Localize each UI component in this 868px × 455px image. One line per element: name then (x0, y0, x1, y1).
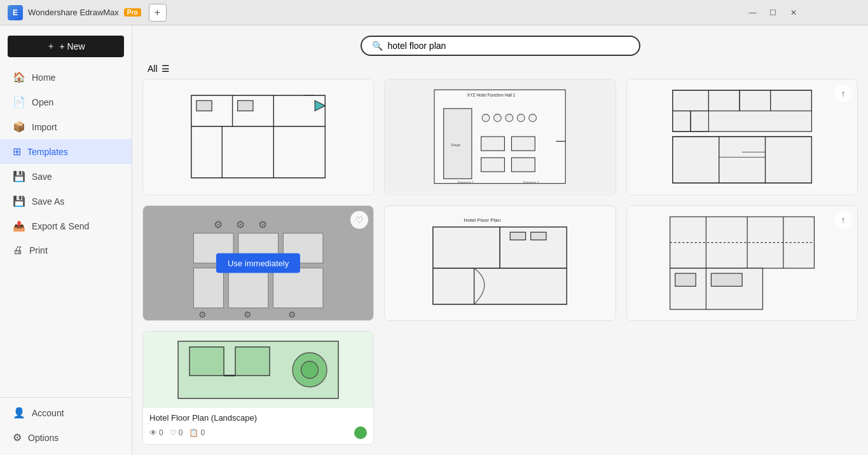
card-image-5: Hotel Floor Plan (385, 206, 615, 320)
template-grid: Hotel floor plan design 👁 0 ♡ 0 📋 0 XY (132, 79, 868, 455)
saveas-icon: 💾 (13, 195, 25, 207)
svg-rect-48 (273, 268, 323, 308)
use-immediately-button[interactable]: Use immediately (216, 253, 300, 273)
save-icon: 💾 (13, 170, 25, 182)
svg-point-15 (506, 114, 513, 122)
sidebar-label-saveas: Save As (32, 196, 64, 207)
svg-text:Entrance 1: Entrance 1 (523, 180, 539, 184)
sidebar-item-options[interactable]: ⚙ Options (0, 425, 132, 450)
sidebar-label-home: Home (32, 72, 55, 83)
svg-point-14 (494, 114, 502, 122)
scroll-top-button-6[interactable]: ↑ (834, 211, 852, 229)
card-title-7: Hotel Floor Plan (Landscape) (149, 413, 367, 423)
account-icon: 👤 (13, 407, 25, 419)
sidebar-label-account: Account (32, 408, 64, 418)
avatar-7 (354, 426, 367, 439)
print-icon: 🖨 (13, 245, 23, 256)
sidebar-item-account[interactable]: 👤 Account (0, 400, 132, 425)
options-icon: ⚙ (13, 431, 22, 444)
sidebar-item-save[interactable]: 💾 Save (0, 164, 132, 189)
minimize-button[interactable]: — (744, 4, 762, 22)
template-card-4[interactable]: ⚙ ⚙ ⚙ ⚙ ⚙ ⚙ Use (142, 205, 374, 322)
template-card-5[interactable]: Hotel Floor Plan Hotel Floor Pl (384, 205, 616, 322)
card-info-1: Hotel floor plan design 👁 0 ♡ 0 📋 0 (143, 194, 373, 195)
sidebar-label-templates: Templates (27, 147, 68, 157)
main-layout: ＋ + New 🏠 Home 📄 Open 📦 Import ⊞ Templat… (0, 25, 868, 455)
svg-text:XYZ Hotel Function Hall 1: XYZ Hotel Function Hall 1 (467, 93, 516, 97)
svg-rect-47 (228, 268, 268, 308)
sidebar-item-open[interactable]: 📄 Open (0, 90, 132, 114)
logo-icon: E (8, 5, 23, 20)
new-button[interactable]: ＋ + New (8, 36, 124, 57)
title-bar: E Wondershare EdrawMax Pro + — ☐ ✕ (0, 0, 868, 25)
pro-badge: Pro (124, 8, 141, 17)
card-info-4: Hotel Floor Plan Sample 👁 820 ♡ 6 📋 162 … (143, 320, 373, 322)
card-info-3: 2-Floor Hotel Floor Plan 👁 715 ♡ 6 📋 211… (627, 194, 857, 195)
sidebar: ＋ + New 🏠 Home 📄 Open 📦 Import ⊞ Templat… (0, 25, 132, 455)
filter-all-button[interactable]: All ☰ (148, 64, 170, 74)
sidebar-item-import[interactable]: 📦 Import (0, 114, 132, 139)
export-icon: 📤 (13, 220, 25, 232)
search-box: 🔍 (361, 36, 640, 56)
search-icon: 🔍 (372, 41, 383, 51)
app-logo: E Wondershare EdrawMax Pro (8, 5, 141, 20)
heart-button-4[interactable]: ♡ (350, 211, 368, 229)
copies-7: 📋 0 (189, 428, 205, 437)
plus-icon: ＋ (46, 41, 55, 52)
card-image-3: ↑ (627, 79, 857, 194)
template-card-1[interactable]: Hotel floor plan design 👁 0 ♡ 0 📋 0 (142, 79, 374, 195)
svg-point-17 (529, 114, 537, 122)
svg-rect-68 (711, 273, 742, 286)
svg-point-13 (483, 114, 490, 122)
sidebar-item-print[interactable]: 🖨 Print (0, 238, 132, 262)
sidebar-label-print: Print (29, 245, 48, 255)
svg-text:⚙: ⚙ (214, 219, 223, 230)
svg-rect-28 (672, 137, 811, 183)
template-card-7[interactable]: Hotel Floor Plan (Landscape) 👁 0 ♡ 0 📋 0 (142, 331, 374, 445)
add-tab-button[interactable]: + (149, 4, 167, 22)
card-info-2: Almario Hotel Floor Plan 👁 71 ♡ 2 📋 9 (385, 194, 615, 195)
import-icon: 📦 (13, 121, 25, 133)
sidebar-item-export[interactable]: 📤 Export & Send (0, 214, 132, 238)
open-icon: 📄 (13, 96, 25, 108)
sidebar-item-home[interactable]: 🏠 Home (0, 65, 132, 90)
search-area: 🔍 (132, 25, 868, 64)
svg-text:⚙: ⚙ (258, 219, 267, 230)
svg-point-16 (518, 114, 525, 122)
template-card-6[interactable]: ↑ Hotel Floor Plan Example 👁 146 ♡ 1 📋 3… (626, 205, 858, 322)
svg-text:⚙: ⚙ (288, 309, 296, 320)
filter-menu-icon: ☰ (162, 64, 170, 74)
card-info-6: Hotel Floor Plan Example 👁 146 ♡ 1 📋 32 … (627, 320, 857, 322)
search-input[interactable] (388, 41, 629, 51)
likes-7: ♡ 0 (170, 428, 183, 437)
card-image-1 (143, 79, 373, 194)
close-button[interactable]: ✕ (785, 4, 803, 22)
card-info-7: Hotel Floor Plan (Landscape) 👁 0 ♡ 0 📋 0 (143, 408, 373, 444)
card-meta-7: 👁 0 ♡ 0 📋 0 (149, 426, 367, 439)
card-info-5: Hotel Floor Plan 👁 0 ♡ 0 📋 0 (385, 320, 615, 322)
svg-rect-21 (512, 158, 535, 172)
svg-text:Hotel Floor Plan: Hotel Floor Plan (464, 217, 501, 223)
sidebar-label-import: Import (32, 122, 57, 132)
svg-rect-20 (481, 158, 505, 172)
sidebar-bottom: 👤 Account ⚙ Options (0, 397, 132, 450)
svg-rect-18 (481, 137, 505, 151)
svg-rect-71 (235, 347, 270, 376)
templates-icon: ⊞ (13, 146, 21, 158)
views-7: 👁 0 (149, 428, 163, 437)
maximize-button[interactable]: ☐ (764, 4, 782, 22)
template-card-3[interactable]: ↑ 2-Floor Hotel Floor Plan 👁 715 ♡ 6 📋 2… (626, 79, 858, 195)
sidebar-label-export: Export & Send (32, 221, 89, 231)
scroll-top-button-3[interactable]: ↑ (834, 85, 852, 102)
svg-rect-19 (512, 137, 535, 151)
sidebar-item-saveas[interactable]: 💾 Save As (0, 189, 132, 214)
template-card-2[interactable]: XYZ Hotel Function Hall 1 (384, 79, 616, 195)
svg-rect-67 (675, 273, 696, 286)
svg-rect-8 (238, 100, 253, 111)
card-image-7 (143, 332, 373, 408)
sidebar-label-save: Save (32, 172, 52, 182)
sidebar-item-templates[interactable]: ⊞ Templates (0, 139, 132, 164)
svg-rect-7 (196, 100, 212, 111)
home-icon: 🏠 (13, 71, 25, 83)
sidebar-label-open: Open (32, 97, 53, 107)
